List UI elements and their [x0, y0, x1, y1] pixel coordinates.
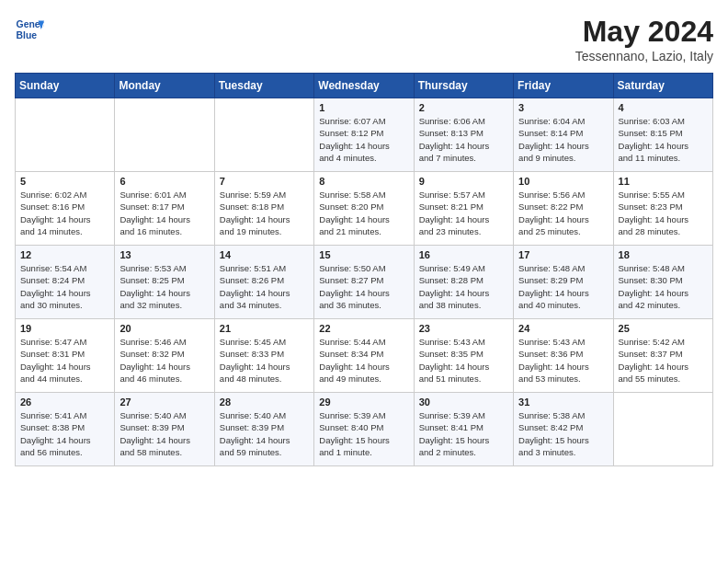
day-info: Sunrise: 6:01 AM Sunset: 8:17 PM Dayligh…: [119, 189, 209, 237]
day-number: 8: [319, 176, 408, 187]
calendar-cell: 2Sunrise: 6:06 AM Sunset: 8:13 PM Daylig…: [414, 98, 513, 172]
calendar-week-5: 26Sunrise: 5:41 AM Sunset: 8:38 PM Dayli…: [16, 393, 713, 466]
day-info: Sunrise: 6:02 AM Sunset: 8:16 PM Dayligh…: [20, 189, 109, 237]
calendar-cell: [115, 98, 214, 172]
day-number: 27: [119, 396, 209, 408]
calendar-cell: 5Sunrise: 6:02 AM Sunset: 8:16 PM Daylig…: [16, 172, 115, 246]
day-info: Sunrise: 5:48 AM Sunset: 8:30 PM Dayligh…: [619, 262, 708, 311]
calendar-cell: 21Sunrise: 5:45 AM Sunset: 8:33 PM Dayli…: [214, 319, 313, 393]
day-info: Sunrise: 5:40 AM Sunset: 8:39 PM Dayligh…: [220, 409, 309, 458]
day-info: Sunrise: 5:56 AM Sunset: 8:22 PM Dayligh…: [518, 189, 608, 237]
day-number: 1: [319, 102, 408, 113]
day-number: 29: [319, 396, 408, 408]
calendar-cell: 10Sunrise: 5:56 AM Sunset: 8:22 PM Dayli…: [514, 172, 613, 246]
day-info: Sunrise: 6:03 AM Sunset: 8:15 PM Dayligh…: [619, 115, 708, 164]
calendar-cell: 27Sunrise: 5:40 AM Sunset: 8:39 PM Dayli…: [115, 393, 214, 466]
calendar-cell: 13Sunrise: 5:53 AM Sunset: 8:25 PM Dayli…: [115, 246, 214, 319]
day-info: Sunrise: 6:06 AM Sunset: 8:13 PM Dayligh…: [419, 115, 508, 164]
calendar-cell: [613, 393, 712, 466]
col-header-wednesday: Wednesday: [314, 74, 414, 98]
day-info: Sunrise: 5:38 AM Sunset: 8:42 PM Dayligh…: [518, 409, 608, 458]
day-number: 31: [518, 396, 608, 408]
calendar-cell: 29Sunrise: 5:39 AM Sunset: 8:40 PM Dayli…: [314, 393, 414, 466]
day-info: Sunrise: 5:40 AM Sunset: 8:39 PM Dayligh…: [119, 409, 209, 458]
calendar-cell: 20Sunrise: 5:46 AM Sunset: 8:32 PM Dayli…: [115, 319, 214, 393]
day-info: Sunrise: 5:43 AM Sunset: 8:36 PM Dayligh…: [518, 336, 608, 385]
calendar-cell: 18Sunrise: 5:48 AM Sunset: 8:30 PM Dayli…: [613, 246, 712, 319]
day-number: 14: [220, 249, 309, 260]
calendar-cell: 17Sunrise: 5:48 AM Sunset: 8:29 PM Dayli…: [514, 246, 613, 319]
day-number: 11: [619, 176, 708, 187]
day-info: Sunrise: 5:58 AM Sunset: 8:20 PM Dayligh…: [319, 189, 408, 237]
calendar-cell: 1Sunrise: 6:07 AM Sunset: 8:12 PM Daylig…: [314, 98, 414, 172]
day-number: 10: [518, 176, 608, 187]
calendar-cell: 14Sunrise: 5:51 AM Sunset: 8:26 PM Dayli…: [214, 246, 313, 319]
calendar-cell: 11Sunrise: 5:55 AM Sunset: 8:23 PM Dayli…: [613, 172, 712, 246]
day-number: 4: [619, 102, 708, 113]
day-number: 22: [319, 323, 408, 334]
day-number: 30: [419, 396, 508, 408]
logo-icon: General Blue: [15, 15, 44, 44]
calendar-body: 1Sunrise: 6:07 AM Sunset: 8:12 PM Daylig…: [16, 98, 713, 466]
day-number: 2: [419, 102, 508, 113]
calendar-week-1: 1Sunrise: 6:07 AM Sunset: 8:12 PM Daylig…: [16, 98, 713, 172]
calendar-cell: 25Sunrise: 5:42 AM Sunset: 8:37 PM Dayli…: [613, 319, 712, 393]
day-number: 6: [119, 176, 209, 187]
calendar-cell: 6Sunrise: 6:01 AM Sunset: 8:17 PM Daylig…: [115, 172, 214, 246]
day-info: Sunrise: 5:53 AM Sunset: 8:25 PM Dayligh…: [119, 262, 209, 311]
day-number: 26: [20, 396, 109, 408]
day-info: Sunrise: 5:41 AM Sunset: 8:38 PM Dayligh…: [20, 409, 109, 458]
calendar-cell: 7Sunrise: 5:59 AM Sunset: 8:18 PM Daylig…: [214, 172, 313, 246]
day-info: Sunrise: 5:47 AM Sunset: 8:31 PM Dayligh…: [20, 336, 109, 385]
day-info: Sunrise: 5:39 AM Sunset: 8:40 PM Dayligh…: [319, 409, 408, 458]
day-info: Sunrise: 6:04 AM Sunset: 8:14 PM Dayligh…: [518, 115, 608, 164]
day-number: 7: [220, 176, 309, 187]
day-number: 23: [419, 323, 508, 334]
calendar-week-4: 19Sunrise: 5:47 AM Sunset: 8:31 PM Dayli…: [16, 319, 713, 393]
calendar-cell: 28Sunrise: 5:40 AM Sunset: 8:39 PM Dayli…: [214, 393, 313, 466]
day-number: 16: [419, 249, 508, 260]
calendar-cell: 8Sunrise: 5:58 AM Sunset: 8:20 PM Daylig…: [314, 172, 414, 246]
calendar-cell: [16, 98, 115, 172]
day-info: Sunrise: 5:45 AM Sunset: 8:33 PM Dayligh…: [220, 336, 309, 385]
calendar-week-2: 5Sunrise: 6:02 AM Sunset: 8:16 PM Daylig…: [16, 172, 713, 246]
day-number: 13: [119, 249, 209, 260]
day-info: Sunrise: 5:55 AM Sunset: 8:23 PM Dayligh…: [619, 189, 708, 237]
day-info: Sunrise: 5:39 AM Sunset: 8:41 PM Dayligh…: [419, 409, 508, 458]
day-info: Sunrise: 5:59 AM Sunset: 8:18 PM Dayligh…: [220, 189, 309, 237]
col-header-friday: Friday: [514, 74, 613, 98]
day-number: 3: [518, 102, 608, 113]
day-info: Sunrise: 5:48 AM Sunset: 8:29 PM Dayligh…: [518, 262, 608, 311]
calendar-cell: 23Sunrise: 5:43 AM Sunset: 8:35 PM Dayli…: [414, 319, 513, 393]
calendar-cell: 12Sunrise: 5:54 AM Sunset: 8:24 PM Dayli…: [16, 246, 115, 319]
logo: General Blue: [15, 15, 44, 44]
day-info: Sunrise: 5:44 AM Sunset: 8:34 PM Dayligh…: [319, 336, 408, 385]
day-number: 17: [518, 249, 608, 260]
day-number: 9: [419, 176, 508, 187]
col-header-sunday: Sunday: [16, 74, 115, 98]
col-header-saturday: Saturday: [613, 74, 712, 98]
day-number: 15: [319, 249, 408, 260]
day-info: Sunrise: 6:07 AM Sunset: 8:12 PM Dayligh…: [319, 115, 408, 164]
col-header-tuesday: Tuesday: [214, 74, 313, 98]
day-info: Sunrise: 5:50 AM Sunset: 8:27 PM Dayligh…: [319, 262, 408, 311]
location-subtitle: Tessennano, Lazio, Italy: [575, 49, 713, 63]
calendar-header-row: SundayMondayTuesdayWednesdayThursdayFrid…: [16, 74, 713, 98]
title-section: May 2024 Tessennano, Lazio, Italy: [575, 15, 713, 63]
day-info: Sunrise: 5:42 AM Sunset: 8:37 PM Dayligh…: [619, 336, 708, 385]
day-number: 28: [220, 396, 309, 408]
calendar-cell: 15Sunrise: 5:50 AM Sunset: 8:27 PM Dayli…: [314, 246, 414, 319]
calendar-cell: 9Sunrise: 5:57 AM Sunset: 8:21 PM Daylig…: [414, 172, 513, 246]
col-header-monday: Monday: [115, 74, 214, 98]
calendar-cell: 3Sunrise: 6:04 AM Sunset: 8:14 PM Daylig…: [514, 98, 613, 172]
calendar-cell: 30Sunrise: 5:39 AM Sunset: 8:41 PM Dayli…: [414, 393, 513, 466]
day-info: Sunrise: 5:46 AM Sunset: 8:32 PM Dayligh…: [119, 336, 209, 385]
day-number: 24: [518, 323, 608, 334]
day-number: 21: [220, 323, 309, 334]
month-year-title: May 2024: [575, 15, 713, 49]
page-header: General Blue May 2024 Tessennano, Lazio,…: [15, 15, 713, 63]
svg-text:Blue: Blue: [17, 30, 38, 40]
day-number: 5: [20, 176, 109, 187]
calendar-table: SundayMondayTuesdayWednesdayThursdayFrid…: [15, 73, 713, 466]
day-number: 25: [619, 323, 708, 334]
